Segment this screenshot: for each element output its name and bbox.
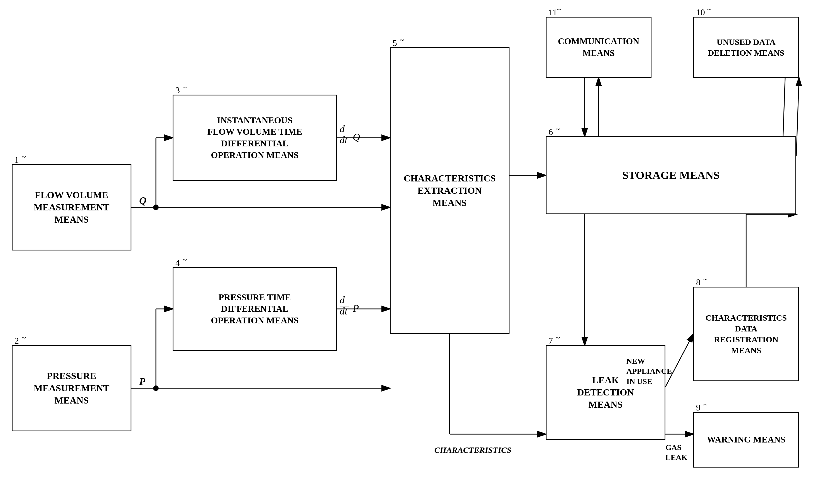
number-2: 2 bbox=[14, 336, 19, 346]
svg-point-4 bbox=[153, 205, 159, 210]
box-char-reg: CHARACTERISTICS DATA REGISTRATION MEANS bbox=[693, 287, 799, 381]
box-flow-volume: FLOW VOLUME MEASUREMENT MEANS bbox=[12, 164, 131, 250]
p-label: P bbox=[139, 376, 145, 387]
box-pressure-meas: PRESSURE MEASUREMENT MEANS bbox=[12, 345, 131, 431]
svg-text:dt: dt bbox=[340, 305, 348, 316]
number-5: 5 bbox=[392, 38, 397, 48]
box-storage: STORAGE MEANS bbox=[546, 136, 796, 214]
box-char-extract-label: CHARACTERISTICS EXTRACTION MEANS bbox=[404, 172, 496, 209]
tilde-4: ~ bbox=[183, 255, 187, 264]
box-inst-flow: INSTANTANEOUS FLOW VOLUME TIME DIFFERENT… bbox=[173, 95, 337, 181]
svg-text:d: d bbox=[340, 123, 345, 134]
number-3: 3 bbox=[175, 85, 180, 95]
tilde-10: ~ bbox=[707, 5, 711, 14]
box-unused-data: UNUSED DATA DELETION MEANS bbox=[693, 17, 799, 78]
number-4: 4 bbox=[175, 258, 180, 268]
box-comm-label: COMMUNICATION MEANS bbox=[558, 36, 639, 59]
tilde-7: ~ bbox=[556, 333, 560, 342]
tilde-2: ~ bbox=[22, 333, 26, 342]
number-6: 6 bbox=[548, 127, 553, 137]
svg-point-10 bbox=[153, 385, 159, 391]
tilde-6: ~ bbox=[556, 125, 560, 134]
number-8: 8 bbox=[696, 277, 701, 288]
svg-text:Q: Q bbox=[353, 132, 360, 143]
box-pressure-meas-label: PRESSURE MEASUREMENT MEANS bbox=[34, 370, 110, 407]
characteristics-label: CHARACTERISTICS bbox=[434, 445, 511, 455]
tilde-9: ~ bbox=[703, 400, 707, 409]
number-11: 11 bbox=[548, 7, 557, 17]
svg-text:dt: dt bbox=[340, 134, 348, 145]
box-unused-data-label: UNUSED DATA DELETION MEANS bbox=[708, 37, 784, 58]
tilde-8: ~ bbox=[703, 275, 707, 284]
new-appliance-label: NEWAPPLIANCEIN USE bbox=[626, 356, 672, 386]
box-pressure-diff: PRESSURE TIME DIFFERENTIAL OPERATION MEA… bbox=[173, 267, 337, 351]
svg-text:d: d bbox=[340, 294, 345, 305]
tilde-5: ~ bbox=[400, 36, 404, 45]
box-leak-detect-label: LEAK DETECTION MEANS bbox=[577, 374, 634, 411]
svg-line-25 bbox=[796, 78, 799, 156]
tilde-1: ~ bbox=[22, 153, 26, 161]
gas-leak-label: GASLEAK bbox=[665, 443, 688, 463]
box-char-extract: CHARACTERISTICS EXTRACTION MEANS bbox=[390, 47, 509, 334]
box-storage-label: STORAGE MEANS bbox=[622, 168, 719, 182]
q-label: Q bbox=[139, 195, 147, 207]
svg-text:P: P bbox=[353, 303, 359, 314]
box-warning-label: WARNING MEANS bbox=[707, 434, 785, 446]
box-pressure-diff-label: PRESSURE TIME DIFFERENTIAL OPERATION MEA… bbox=[211, 292, 299, 327]
box-flow-volume-label: FLOW VOLUME MEASUREMENT MEANS bbox=[34, 189, 110, 226]
box-comm: COMMUNICATION MEANS bbox=[546, 17, 652, 78]
number-1: 1 bbox=[14, 155, 19, 165]
box-inst-flow-label: INSTANTANEOUS FLOW VOLUME TIME DIFFERENT… bbox=[207, 115, 302, 161]
tilde-11: ~ bbox=[557, 5, 561, 14]
box-warning: WARNING MEANS bbox=[693, 412, 799, 467]
box-char-reg-label: CHARACTERISTICS DATA REGISTRATION MEANS bbox=[705, 312, 787, 356]
number-10: 10 bbox=[696, 7, 705, 17]
number-7: 7 bbox=[548, 336, 553, 346]
number-9: 9 bbox=[696, 403, 701, 413]
tilde-3: ~ bbox=[183, 83, 187, 92]
